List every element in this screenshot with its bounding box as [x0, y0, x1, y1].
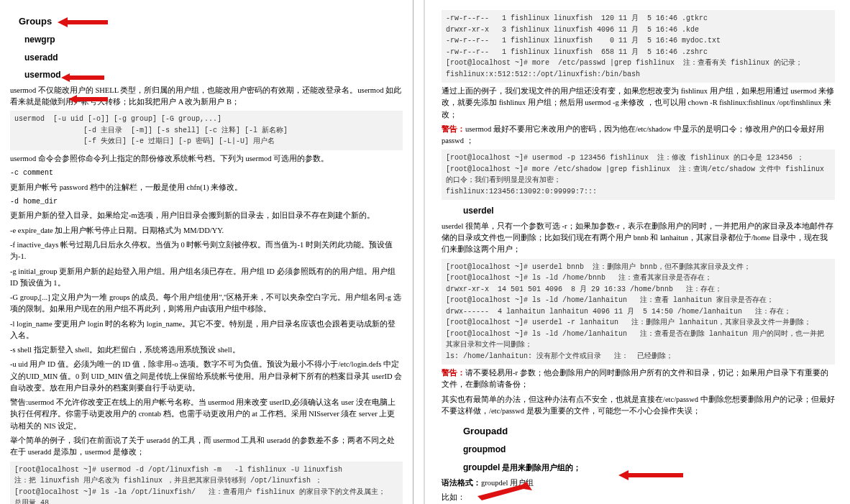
- passwd-example: [root@localhost ~]# usermod -p 123456 fi…: [442, 150, 835, 200]
- opt-d-desc: 更新用户新的登入目录。如果给定-m选项，用户旧目录会搬到新的目录去，如旧目录不存…: [10, 210, 403, 221]
- heading-groupdel: groupdel: [463, 462, 500, 472]
- opt-c: -c comment: [10, 168, 403, 179]
- opt-f: -f inactive_days 帐号过期几日后永久停权。当值为 0 时帐号则立…: [10, 239, 403, 263]
- warn-label-1: 警告：: [442, 125, 465, 133]
- opt-l: -l login_name 变更用户 login 时的名称为 login_nam…: [10, 319, 403, 342]
- syntax-value: groupdel 用户组: [481, 479, 534, 487]
- heading-groups: Groups: [19, 14, 403, 29]
- opt-c-desc: 更新用户帐号 password 档中的注解栏，一般是使用 chfn(1) 来修改…: [10, 182, 403, 193]
- userdel-note: 其实也有最简单的办法，但这种办法有点不安全，也就是直接在/etc/passwd …: [442, 394, 835, 418]
- groupdel-desc: 是用来删除用户组的；: [502, 464, 581, 472]
- userdel-example: [root@localhost ~]# userdel bnnb 注：删除用户 …: [442, 259, 835, 365]
- left-page: Groups newgrp useradd usermod usermod 不仅…: [0, 0, 413, 504]
- heading-groupmod: groupmod: [463, 443, 835, 457]
- heading-usermod: usermod: [24, 68, 403, 82]
- userdel-desc: userdel 很简单，只有一个参数可选 -r；如果加参数-r，表示在删除用户的…: [442, 221, 835, 256]
- heading-newgrp: newgrp: [24, 33, 403, 47]
- warning-2: 警告：请不要轻易用-r 参数；他会删除用户的同时删除用户所有的文件和目录，切记；…: [442, 367, 835, 391]
- groupdel-syntax-row: 语法格式：groupdel 用户组: [442, 477, 835, 489]
- page-divider: [424, 0, 425, 504]
- usermod-intro: usermod 不仅能改用户的 SHELL 类型，所归属的用户组，也能改用户密码…: [10, 85, 403, 109]
- usermod-example-code: [root@localhost ~]# usermod -d /opt/linu…: [10, 462, 403, 504]
- opt-G: -G group,[...] 定义用户为一堆 groups 的成员。每个用户组使…: [10, 292, 403, 316]
- footer-text: 比如：: [442, 492, 835, 503]
- usermod-desc: usermod 命令会参照你命令列上指定的部份修改系统帐号档。下列为 userm…: [10, 153, 403, 165]
- warn-text-2: 请不要轻易用-r 参数；他会删除用户的同时删除用户所有的文件和目录，切记；如果用…: [442, 369, 828, 388]
- ls-output: -rw-r--r-- 1 fishlinux linuxfish 120 11 …: [442, 10, 835, 83]
- opt-g: -g initial_group 更新用户新的起始登入用户组。用户组名须已存在。…: [10, 266, 403, 290]
- warn-text-1: usermod 最好不要用它来改用户的密码，因为他在/etc/shadow 中显…: [442, 125, 824, 145]
- opt-d: -d home_dir: [10, 196, 403, 208]
- usermod-warning: 警告:usermod 不允许你改变正在线上的用户帐号名称。当 usermod 用…: [10, 397, 403, 432]
- opt-s: -s shell 指定新登入 shell。如此栏留白，系统将选用系统预设 she…: [10, 344, 403, 356]
- heading-useradd: useradd: [24, 51, 403, 65]
- explain-1: 通过上面的例子，我们发现文件的用户组还没有变，如果您想改变为 fishlinux…: [442, 86, 835, 121]
- usermod-example-intro: 举个简单的例子，我们在前面说了关于 useradd 的工具，而 usermod …: [10, 435, 403, 459]
- warn-label-2: 警告：: [442, 369, 465, 377]
- heading-groupdel-row: groupdel 是用来删除用户组的；: [463, 461, 835, 475]
- heading-groupadd: Groupadd: [463, 424, 835, 439]
- opt-u: -u uid 用户 ID 值。必须为唯一的 ID 值，除非用-o 选项。数字不可…: [10, 359, 403, 394]
- syntax-label: 语法格式：: [442, 479, 481, 487]
- heading-userdel: userdel: [463, 204, 835, 218]
- right-page: -rw-r--r-- 1 fishlinux linuxfish 120 11 …: [431, 0, 845, 504]
- warning-1: 警告：usermod 最好不要用它来改用户的密码，因为他在/etc/shadow…: [442, 124, 835, 147]
- usermod-syntax: usermod [-u uid [-o]] [-g group] [-G gro…: [10, 111, 403, 150]
- opt-e: -e expire_date 加上用户帐号停止日期。日期格式为 MM/DD/YY…: [10, 225, 403, 237]
